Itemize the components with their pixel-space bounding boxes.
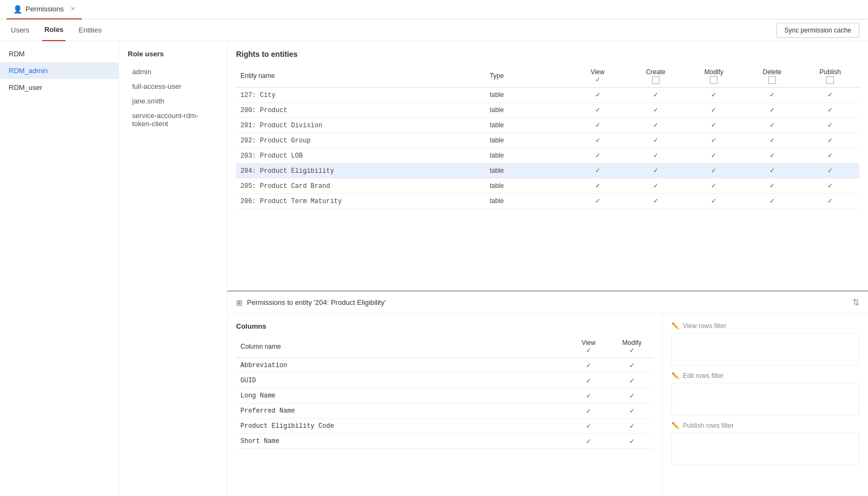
create-check-cell[interactable]: ✓	[626, 178, 684, 193]
rights-table-row[interactable]: 206: Product Term Maturity table ✓ ✓ ✓ ✓…	[236, 193, 859, 208]
entity-name-cell: 205: Product Card Brand	[236, 178, 485, 193]
modify-check-cell[interactable]: ✓	[685, 87, 743, 102]
columns-table-row[interactable]: Preferred Name ✓ ✓	[236, 403, 654, 419]
columns-table-row[interactable]: Long Name ✓ ✓	[236, 388, 654, 403]
role-user-full-access[interactable]: full-access-user	[128, 79, 218, 94]
col-modify-check-cell[interactable]: ✓	[610, 434, 654, 449]
nav-entities[interactable]: Entities	[76, 19, 104, 41]
nav-users[interactable]: Users	[9, 19, 31, 41]
rights-table-row[interactable]: 127: City table ✓ ✓ ✓ ✓ ✓	[236, 87, 859, 102]
view-check-cell[interactable]: ✓	[569, 163, 626, 178]
column-name-cell: Product Eligibility Code	[236, 419, 567, 434]
delete-check-cell[interactable]: ✓	[743, 118, 801, 133]
view-check-cell[interactable]: ✓	[569, 148, 626, 163]
view-check-cell[interactable]: ✓	[569, 118, 626, 133]
publish-check-cell[interactable]: ✓	[801, 118, 859, 133]
col-modify-check-cell[interactable]: ✓	[610, 403, 654, 419]
header-delete-check[interactable]	[768, 76, 776, 84]
create-check-cell[interactable]: ✓	[626, 148, 684, 163]
col-view-check-cell[interactable]: ✓	[567, 434, 610, 449]
tab-permissions[interactable]: 👤 Permissions ✕	[6, 0, 82, 19]
col-modify-check-cell[interactable]: ✓	[610, 358, 654, 373]
view-check-cell[interactable]: ✓	[569, 102, 626, 118]
sidebar-item-rdm-user[interactable]: RDM_user	[0, 79, 119, 96]
rights-table-row[interactable]: 205: Product Card Brand table ✓ ✓ ✓ ✓ ✓	[236, 178, 859, 193]
create-check-cell[interactable]: ✓	[626, 118, 684, 133]
modify-check-cell[interactable]: ✓	[685, 102, 743, 118]
col-header-col-view: View ✓	[567, 336, 610, 358]
view-check-cell[interactable]: ✓	[569, 193, 626, 208]
rights-table-row[interactable]: 203: Product LOB table ✓ ✓ ✓ ✓ ✓	[236, 148, 859, 163]
role-user-admin[interactable]: admin	[128, 64, 218, 79]
publish-check-cell[interactable]: ✓	[801, 193, 859, 208]
role-user-jane-smith[interactable]: jane.smith	[128, 94, 218, 108]
header-modify-check[interactable]	[710, 76, 717, 84]
rights-table-row[interactable]: 200: Product table ✓ ✓ ✓ ✓ ✓	[236, 102, 859, 118]
columns-table-row[interactable]: Product Eligibility Code ✓ ✓	[236, 419, 654, 434]
sidebar-item-rdm-admin[interactable]: RDM_admin	[0, 62, 119, 79]
modify-check-cell[interactable]: ✓	[685, 133, 743, 148]
publish-check-cell[interactable]: ✓	[801, 102, 859, 118]
col-modify-check-cell[interactable]: ✓	[610, 373, 654, 388]
delete-check-cell[interactable]: ✓	[743, 193, 801, 208]
view-check-cell[interactable]: ✓	[569, 178, 626, 193]
col-view-check-cell[interactable]: ✓	[567, 419, 610, 434]
columns-table-row[interactable]: GUID ✓ ✓	[236, 373, 654, 388]
publish-check-cell[interactable]: ✓	[801, 178, 859, 193]
modify-check-cell[interactable]: ✓	[685, 163, 743, 178]
header-view-check[interactable]: ✓	[595, 76, 601, 83]
delete-check-cell[interactable]: ✓	[743, 163, 801, 178]
col-modify-check-cell[interactable]: ✓	[610, 388, 654, 403]
sync-permission-cache-button[interactable]: Sync permission cache	[776, 23, 859, 38]
sidebar-item-rdm[interactable]: RDM	[0, 45, 119, 62]
col-modify-check-cell[interactable]: ✓	[610, 419, 654, 434]
publish-check-cell[interactable]: ✓	[801, 133, 859, 148]
modify-check-cell[interactable]: ✓	[685, 118, 743, 133]
create-check-cell[interactable]: ✓	[626, 102, 684, 118]
rights-table-row[interactable]: 202: Product Group table ✓ ✓ ✓ ✓ ✓	[236, 133, 859, 148]
rights-table-row[interactable]: 201: Product Division table ✓ ✓ ✓ ✓ ✓	[236, 118, 859, 133]
role-user-service-account[interactable]: service-account-rdm-token-client	[128, 108, 218, 131]
view-check-cell[interactable]: ✓	[569, 133, 626, 148]
publish-check-cell[interactable]: ✓	[801, 87, 859, 102]
view-rows-filter-textarea[interactable]	[671, 333, 859, 366]
header-create-check[interactable]	[652, 76, 660, 84]
columns-table-row[interactable]: Short Name ✓ ✓	[236, 434, 654, 449]
delete-check-cell[interactable]: ✓	[743, 87, 801, 102]
tab-permissions-label: Permissions	[25, 5, 64, 13]
columns-table: Column name View ✓ Modify ✓	[236, 336, 654, 449]
create-check-cell[interactable]: ✓	[626, 193, 684, 208]
nav-bar: Users Roles Entities Sync permission cac…	[0, 19, 868, 41]
header-publish-check[interactable]	[826, 76, 834, 84]
col-view-header-check[interactable]: ✓	[586, 347, 591, 354]
col-header-column-name: Column name	[236, 336, 567, 358]
view-check-cell[interactable]: ✓	[569, 87, 626, 102]
rights-table-row[interactable]: 204: Product Eligibility table ✓ ✓ ✓ ✓ ✓	[236, 163, 859, 178]
col-view-check-cell[interactable]: ✓	[567, 373, 610, 388]
modify-check-cell[interactable]: ✓	[685, 193, 743, 208]
create-check-cell[interactable]: ✓	[626, 87, 684, 102]
columns-table-row[interactable]: Abbreviation ✓ ✓	[236, 358, 654, 373]
delete-check-cell[interactable]: ✓	[743, 133, 801, 148]
entity-type-cell: table	[485, 87, 568, 102]
delete-check-cell[interactable]: ✓	[743, 178, 801, 193]
col-header-delete: Delete	[743, 65, 801, 87]
publish-check-cell[interactable]: ✓	[801, 148, 859, 163]
col-view-check-cell[interactable]: ✓	[567, 358, 610, 373]
edit-rows-filter-textarea[interactable]	[671, 383, 859, 415]
tab-close-icon[interactable]: ✕	[70, 5, 75, 12]
delete-check-cell[interactable]: ✓	[743, 148, 801, 163]
publish-rows-filter-textarea[interactable]	[671, 433, 859, 465]
permissions-header: ⊞ Permissions to entity '204: Product El…	[227, 292, 868, 314]
col-view-check-cell[interactable]: ✓	[567, 403, 610, 419]
delete-check-cell[interactable]: ✓	[743, 102, 801, 118]
col-view-check-cell[interactable]: ✓	[567, 388, 610, 403]
publish-check-cell[interactable]: ✓	[801, 163, 859, 178]
create-check-cell[interactable]: ✓	[626, 133, 684, 148]
modify-check-cell[interactable]: ✓	[685, 148, 743, 163]
create-check-cell[interactable]: ✓	[626, 163, 684, 178]
modify-check-cell[interactable]: ✓	[685, 178, 743, 193]
nav-roles[interactable]: Roles	[42, 19, 66, 41]
col-modify-header-check[interactable]: ✓	[629, 347, 635, 354]
resize-handle-icon[interactable]: ⇅	[852, 297, 859, 308]
